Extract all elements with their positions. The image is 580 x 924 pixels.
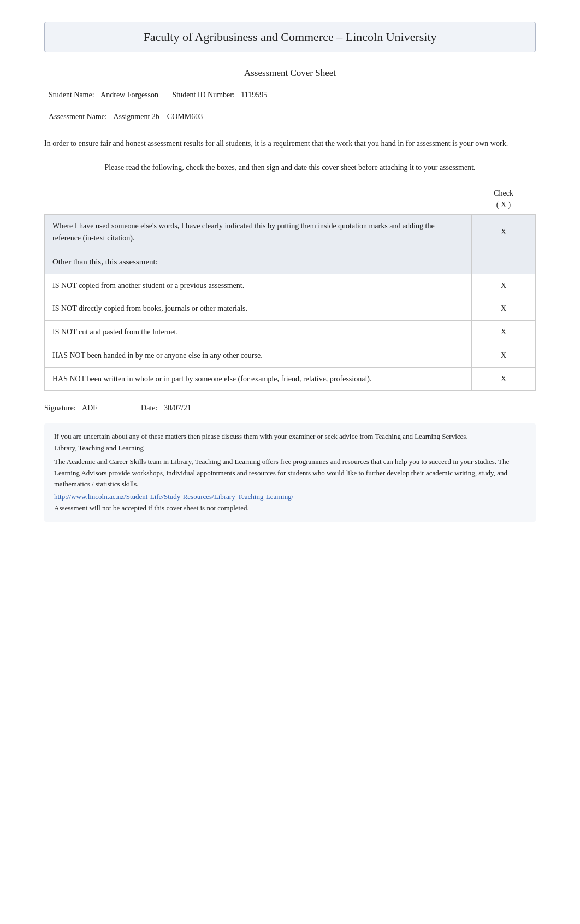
table-row: IS NOT directly copied from books, journ… xyxy=(45,297,536,321)
row-check: X xyxy=(472,274,536,297)
student-name-line: Student Name: Andrew Forgesson Student I… xyxy=(44,91,536,99)
table-row: HAS NOT been written in whole or in part… xyxy=(45,367,536,391)
header-box: Faculty of Agribusiness and Commerce – L… xyxy=(44,22,536,52)
check-header-col2: Check( X ) xyxy=(472,184,536,215)
footer-line1: If you are uncertain about any of these … xyxy=(54,431,526,443)
page-wrapper: Faculty of Agribusiness and Commerce – L… xyxy=(44,22,536,522)
table-row: IS NOT copied from another student or a … xyxy=(45,274,536,297)
table-row: HAS NOT been handed in by me or anyone e… xyxy=(45,344,536,367)
check-header-row: Check( X ) xyxy=(45,184,536,215)
row-text: IS NOT cut and pasted from the Internet. xyxy=(45,321,472,344)
student-id-label: Student ID Number: xyxy=(173,91,235,99)
row-check: X xyxy=(472,321,536,344)
date-label: Date: xyxy=(141,404,157,412)
student-name-value: Andrew Forgesson xyxy=(100,91,158,99)
assessment-label: Assessment Name: xyxy=(49,113,107,121)
student-name-label: Student Name: xyxy=(49,91,94,99)
row-check xyxy=(472,250,536,274)
date-value: 30/07/21 xyxy=(164,404,191,412)
footer-line2: Library, Teaching and Learning xyxy=(54,443,526,454)
footer-line4: Assessment will not be accepted if this … xyxy=(54,503,526,514)
signature-label: Signature: xyxy=(44,404,76,412)
table-row: IS NOT cut and pasted from the Internet.… xyxy=(45,321,536,344)
instructions: Please read the following, check the box… xyxy=(44,162,536,174)
footer-link[interactable]: http://www.lincoln.ac.nz/Student-Life/St… xyxy=(54,492,293,501)
footer-section: If you are uncertain about any of these … xyxy=(44,423,536,522)
row-text: Where I have used someone else's words, … xyxy=(45,215,472,250)
university-title: Faculty of Agribusiness and Commerce – L… xyxy=(58,30,522,44)
student-id-value: 1119595 xyxy=(241,91,267,99)
table-row: Other than this, this assessment: xyxy=(45,250,536,274)
row-text: HAS NOT been handed in by me or anyone e… xyxy=(45,344,472,367)
honesty-note: In order to ensure fair and honest asses… xyxy=(44,138,536,150)
date-field: Date: 30/07/21 xyxy=(141,404,191,413)
row-check: X xyxy=(472,344,536,367)
assessment-name-line: Assessment Name: Assignment 2b – COMM603 xyxy=(44,113,536,121)
row-check: X xyxy=(472,215,536,250)
cover-sheet-title: Assessment Cover Sheet xyxy=(44,68,536,79)
footer-link-line: http://www.lincoln.ac.nz/Student-Life/St… xyxy=(54,491,526,503)
check-header-col1 xyxy=(45,184,472,215)
signature-field: Signature: ADF xyxy=(44,404,97,413)
row-text: IS NOT directly copied from books, journ… xyxy=(45,297,472,321)
row-text: IS NOT copied from another student or a … xyxy=(45,274,472,297)
check-table: Check( X ) Where I have used someone els… xyxy=(44,184,536,391)
row-text: HAS NOT been written in whole or in part… xyxy=(45,367,472,391)
row-text: Other than this, this assessment: xyxy=(45,250,472,274)
assessment-value: Assignment 2b – COMM603 xyxy=(113,113,203,121)
signature-value: ADF xyxy=(82,404,97,412)
row-check: X xyxy=(472,297,536,321)
signature-section: Signature: ADF Date: 30/07/21 xyxy=(44,404,536,413)
footer-line3: The Academic and Career Skills team in L… xyxy=(54,456,526,490)
table-row: Where I have used someone else's words, … xyxy=(45,215,536,250)
row-check: X xyxy=(472,367,536,391)
